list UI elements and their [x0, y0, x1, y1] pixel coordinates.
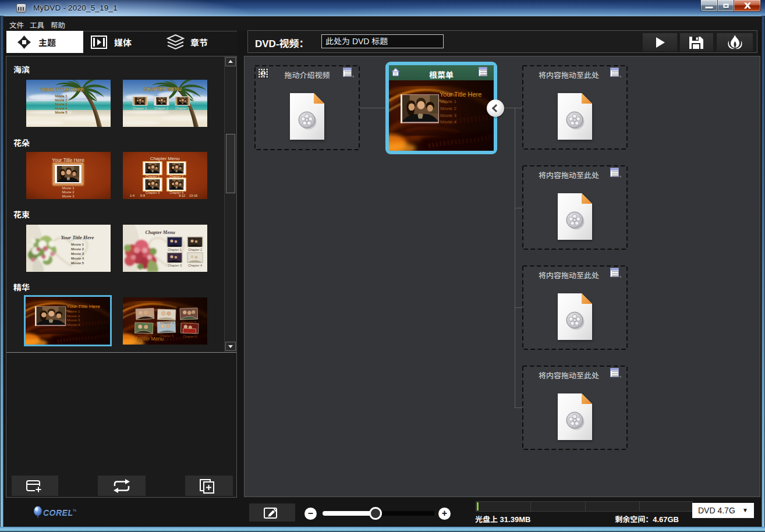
- svg-text:COREL: COREL: [43, 508, 73, 517]
- svg-text:TM: TM: [73, 509, 76, 512]
